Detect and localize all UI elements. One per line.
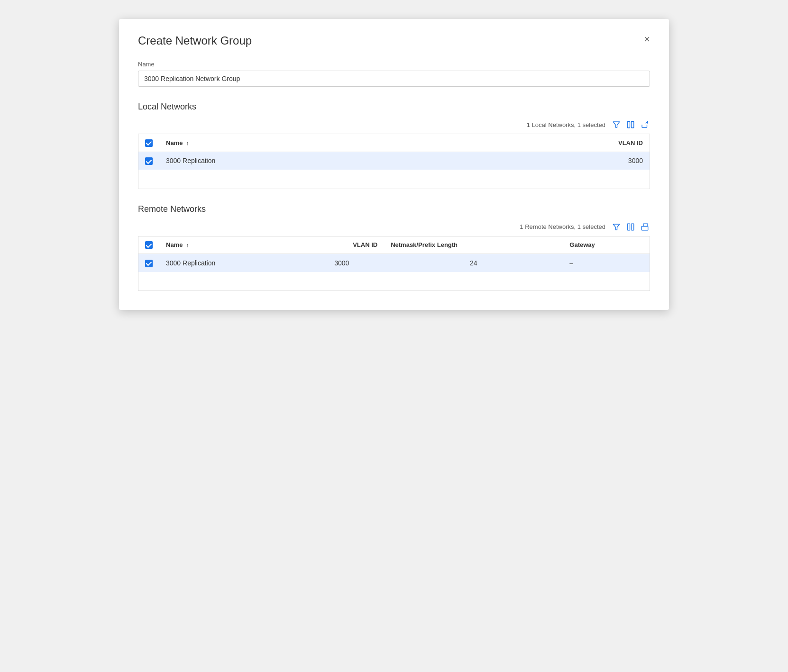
svg-marker-0 — [613, 122, 620, 127]
select-all-local-checkbox[interactable] — [145, 139, 153, 147]
remote-networks-header-row: Name ↑ VLAN ID Netmask/Prefix Length Gat… — [138, 236, 650, 254]
remote-networks-gateway-header[interactable]: Gateway — [563, 236, 650, 254]
filter-icon — [612, 120, 621, 129]
remote-networks-toolbar: 1 Remote Networks, 1 selected — [138, 222, 650, 232]
local-networks-export-button[interactable] — [640, 119, 650, 130]
remote-networks-netmask-header[interactable]: Netmask/Prefix Length — [384, 236, 563, 254]
local-row-checkbox[interactable] — [145, 157, 153, 165]
local-networks-count: 1 Local Networks, 1 selected — [527, 121, 605, 128]
local-empty-cell — [138, 170, 650, 189]
name-field-container: Name — [138, 61, 650, 87]
export-icon-remote — [641, 223, 649, 231]
remote-networks-section-title: Remote Networks — [138, 204, 650, 214]
local-networks-section-title: Local Networks — [138, 102, 650, 112]
filter-icon-remote — [612, 223, 621, 231]
svg-rect-2 — [632, 121, 634, 128]
name-sort-arrow: ↑ — [186, 140, 189, 146]
remote-row-name: 3000 Replication — [159, 254, 299, 272]
remote-networks-columns-button[interactable] — [625, 222, 636, 232]
remote-name-sort-arrow: ↑ — [186, 242, 189, 248]
export-icon — [641, 120, 649, 129]
local-networks-vlanid-header[interactable]: VLAN ID — [464, 134, 650, 152]
local-networks-row[interactable]: 3000 Replication 3000 — [138, 152, 650, 170]
name-field-label: Name — [138, 61, 650, 68]
local-networks-header-row: Name ↑ VLAN ID — [138, 134, 650, 152]
remote-networks-table: Name ↑ VLAN ID Netmask/Prefix Length Gat… — [138, 236, 650, 291]
remote-networks-vlanid-header[interactable]: VLAN ID — [299, 236, 384, 254]
close-button[interactable]: × — [644, 34, 650, 45]
name-input[interactable] — [138, 71, 650, 87]
remote-row-gateway: – — [563, 254, 650, 272]
select-all-remote-checkbox[interactable] — [145, 241, 153, 249]
local-networks-filter-button[interactable] — [611, 119, 622, 130]
create-network-group-modal: Create Network Group × Name Local Networ… — [119, 19, 669, 310]
local-networks-empty-row — [138, 170, 650, 189]
local-networks-table: Name ↑ VLAN ID 3000 Replication 3000 — [138, 134, 650, 189]
remote-networks-toolbar-icons — [611, 222, 650, 232]
remote-row-checkbox-cell[interactable] — [138, 254, 160, 272]
local-networks-columns-button[interactable] — [625, 119, 636, 130]
remote-networks-export-button[interactable] — [640, 222, 650, 232]
local-row-checkbox-cell[interactable] — [138, 152, 160, 170]
local-row-name: 3000 Replication — [159, 152, 464, 170]
svg-rect-6 — [632, 224, 634, 230]
remote-row-vlanid: 3000 — [299, 254, 384, 272]
modal-title: Create Network Group — [138, 34, 252, 47]
remote-row-checkbox[interactable] — [145, 260, 153, 267]
local-networks-toolbar: 1 Local Networks, 1 selected — [138, 119, 650, 130]
svg-rect-7 — [641, 226, 648, 230]
local-networks-select-all-header[interactable] — [138, 134, 160, 152]
local-row-vlanid: 3000 — [464, 152, 650, 170]
remote-empty-cell — [138, 272, 650, 291]
remote-networks-filter-button[interactable] — [611, 222, 622, 232]
columns-icon-remote — [626, 223, 635, 231]
local-networks-toolbar-icons — [611, 119, 650, 130]
columns-icon — [626, 120, 635, 129]
svg-marker-4 — [613, 224, 620, 230]
remote-networks-row[interactable]: 3000 Replication 3000 24 – — [138, 254, 650, 272]
modal-header: Create Network Group × — [138, 34, 650, 47]
remote-row-netmask: 24 — [384, 254, 563, 272]
svg-rect-5 — [627, 224, 630, 230]
remote-networks-select-all-header[interactable] — [138, 236, 160, 254]
svg-rect-1 — [627, 121, 630, 128]
remote-networks-count: 1 Remote Networks, 1 selected — [520, 223, 605, 230]
local-networks-name-header[interactable]: Name ↑ — [159, 134, 464, 152]
remote-networks-name-header[interactable]: Name ↑ — [159, 236, 299, 254]
remote-networks-empty-row — [138, 272, 650, 291]
